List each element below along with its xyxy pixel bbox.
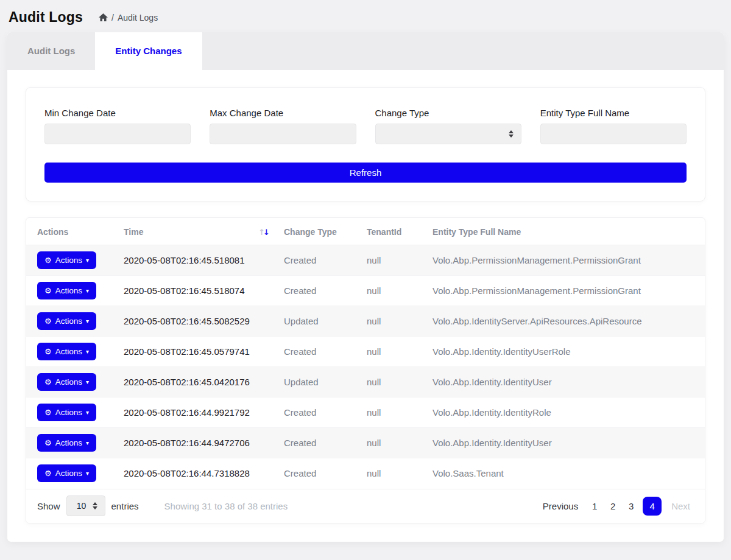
caret-down-icon: ▾	[86, 349, 89, 355]
actions-cell: ⚙ Actions ▾	[26, 245, 118, 276]
caret-down-icon: ▾	[86, 318, 89, 324]
caret-down-icon: ▾	[86, 440, 89, 446]
time-cell: 2020-05-08T02:16:44.9472706	[118, 428, 278, 458]
pagination-page-3[interactable]: 3	[624, 497, 638, 515]
time-cell: 2020-05-08T02:16:44.9921792	[118, 397, 278, 428]
table-row: ⚙ Actions ▾ 2020-05-08T02:16:44.9472706 …	[26, 428, 705, 458]
col-header-time[interactable]: Time ↑↓	[118, 218, 278, 245]
tab-content: Min Change Date Max Change Date Change T…	[7, 70, 724, 542]
min-change-date-label: Min Change Date	[44, 108, 191, 118]
table-row: ⚙ Actions ▾ 2020-05-08T02:16:45.518074 C…	[26, 276, 705, 306]
filter-grid: Min Change Date Max Change Date Change T…	[44, 108, 687, 144]
refresh-button[interactable]: Refresh	[44, 163, 687, 183]
table-header-row: Actions Time ↑↓ Change Type TenantId Ent…	[26, 218, 705, 245]
row-actions-button[interactable]: ⚙ Actions ▾	[37, 312, 96, 330]
tenant-id-cell: null	[361, 367, 426, 397]
showing-entries-text: Showing 31 to 38 of 38 entries	[164, 501, 288, 511]
sort-icon[interactable]: ↑↓	[258, 228, 268, 237]
pagination: Previous 1234 Next	[539, 497, 694, 516]
pagination-previous[interactable]: Previous	[539, 499, 582, 514]
caret-down-icon: ▾	[86, 257, 89, 264]
table-row: ⚙ Actions ▾ 2020-05-08T02:16:45.518081 C…	[26, 245, 705, 276]
page-size-updown-icon	[93, 502, 97, 509]
min-change-date-input-wrap	[44, 124, 191, 144]
entity-type-cell: Volo.Abp.IdentityServer.ApiResources.Api…	[426, 306, 705, 337]
row-actions-button[interactable]: ⚙ Actions ▾	[37, 434, 96, 452]
entity-type-cell: Volo.Abp.Identity.IdentityUserRole	[426, 337, 705, 367]
row-actions-button[interactable]: ⚙ Actions ▾	[37, 464, 96, 482]
actions-cell: ⚙ Actions ▾	[26, 337, 118, 367]
home-icon[interactable]	[99, 13, 108, 21]
change-type-select[interactable]	[375, 124, 521, 144]
entity-type-input-wrap	[540, 124, 687, 144]
tab-audit-logs[interactable]: Audit Logs	[7, 32, 95, 70]
change-type-cell: Created	[278, 276, 361, 306]
change-type-cell: Updated	[278, 367, 361, 397]
table-card: Actions Time ↑↓ Change Type TenantId Ent…	[26, 217, 705, 523]
table-row: ⚙ Actions ▾ 2020-05-08T02:16:45.5082529 …	[26, 306, 705, 337]
max-change-date-input-wrap	[210, 124, 356, 144]
entity-type-cell: Volo.Abp.Identity.IdentityRole	[426, 397, 705, 428]
gear-icon: ⚙	[44, 256, 52, 264]
actions-cell: ⚙ Actions ▾	[26, 428, 118, 458]
actions-cell: ⚙ Actions ▾	[26, 458, 118, 489]
actions-cell: ⚙ Actions ▾	[26, 276, 118, 306]
gear-icon: ⚙	[44, 408, 52, 416]
change-type-label: Change Type	[375, 108, 521, 118]
entity-type-cell: Volo.Abp.PermissionManagement.Permission…	[426, 276, 705, 306]
gear-icon: ⚙	[44, 317, 52, 325]
gear-icon: ⚙	[44, 378, 52, 386]
filter-card: Min Change Date Max Change Date Change T…	[26, 87, 705, 201]
caret-down-icon: ▾	[86, 379, 89, 385]
change-type-cell: Created	[278, 337, 361, 367]
table-row: ⚙ Actions ▾ 2020-05-08T02:16:44.9921792 …	[26, 397, 705, 428]
row-actions-button[interactable]: ⚙ Actions ▾	[37, 282, 96, 299]
entity-type-cell: Volo.Abp.Identity.IdentityUser	[426, 428, 705, 458]
row-actions-button[interactable]: ⚙ Actions ▾	[37, 373, 96, 391]
page-size-group: Show 10 entries	[37, 495, 139, 516]
table-row: ⚙ Actions ▾ 2020-05-08T02:16:45.0579741 …	[26, 337, 705, 367]
col-header-change-type: Change Type	[278, 218, 361, 245]
tenant-id-cell: null	[361, 428, 426, 458]
change-type-cell: Created	[278, 397, 361, 428]
row-actions-button[interactable]: ⚙ Actions ▾	[37, 251, 96, 269]
pagination-page-1[interactable]: 1	[588, 497, 601, 515]
select-updown-icon	[509, 130, 514, 138]
row-actions-button[interactable]: ⚙ Actions ▾	[37, 404, 96, 421]
entity-type-cell: Volo.Abp.PermissionManagement.Permission…	[426, 245, 705, 276]
page-size-value: 10	[77, 501, 87, 511]
row-actions-button[interactable]: ⚙ Actions ▾	[37, 343, 96, 360]
time-cell: 2020-05-08T02:16:45.5082529	[118, 306, 278, 337]
table-body: ⚙ Actions ▾ 2020-05-08T02:16:45.518081 C…	[26, 245, 705, 489]
table-footer: Show 10 entries Showing 31 to 38 of 38 e…	[26, 489, 705, 523]
actions-cell: ⚙ Actions ▾	[26, 367, 118, 397]
tab-entity-changes[interactable]: Entity Changes	[95, 32, 202, 70]
pagination-next[interactable]: Next	[668, 499, 694, 514]
actions-cell: ⚙ Actions ▾	[26, 306, 118, 337]
change-type-cell: Created	[278, 458, 361, 489]
tenant-id-cell: null	[361, 276, 426, 306]
table-row: ⚙ Actions ▾ 2020-05-08T02:16:44.7318828 …	[26, 458, 705, 489]
pagination-page-2[interactable]: 2	[606, 497, 620, 515]
time-cell: 2020-05-08T02:16:44.7318828	[118, 458, 278, 489]
col-header-entity-type: Entity Type Full Name	[426, 218, 705, 245]
tenant-id-cell: null	[361, 306, 426, 337]
entity-type-cell: Volo.Saas.Tenant	[426, 458, 705, 489]
tenant-id-cell: null	[361, 245, 426, 276]
breadcrumb-separator: /	[111, 13, 114, 23]
tenant-id-cell: null	[361, 337, 426, 367]
tenant-id-cell: null	[361, 458, 426, 489]
gear-icon: ⚙	[44, 439, 52, 447]
min-change-date-input[interactable]	[45, 124, 190, 144]
col-header-tenant-id: TenantId	[361, 218, 426, 245]
pagination-page-4[interactable]: 4	[643, 497, 662, 516]
caret-down-icon: ▾	[86, 410, 89, 416]
entries-label: entries	[111, 501, 139, 511]
min-change-date-field: Min Change Date	[44, 108, 191, 144]
breadcrumb-current: Audit Logs	[118, 13, 158, 23]
page-size-select[interactable]: 10	[66, 495, 105, 516]
entity-type-input[interactable]	[541, 124, 686, 144]
max-change-date-input[interactable]	[210, 124, 355, 144]
page-header: Audit Logs / Audit Logs	[0, 0, 731, 32]
caret-down-icon: ▾	[86, 471, 89, 477]
